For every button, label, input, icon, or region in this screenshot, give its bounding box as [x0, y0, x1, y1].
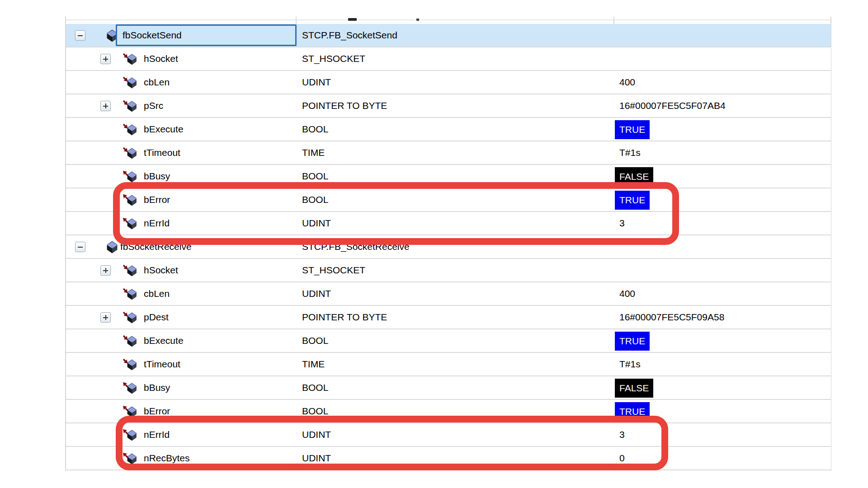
- value-badge-false[interactable]: FALSE: [615, 379, 653, 398]
- expand-expander-icon[interactable]: [100, 101, 111, 111]
- error-annotation-receive-box: [116, 416, 668, 470]
- value-cell[interactable]: T#1s: [619, 353, 641, 376]
- value-cell[interactable]: 400: [619, 71, 635, 94]
- type-cell: UDINT: [302, 282, 331, 306]
- type-cell: ST_HSOCKET: [302, 47, 365, 71]
- type-cell: POINTER TO BYTE: [302, 306, 387, 329]
- expression-cell[interactable]: pDest: [144, 306, 169, 329]
- expression-cell[interactable]: bBusy: [144, 376, 170, 400]
- input-variable-icon: [122, 146, 138, 160]
- row-bExecute[interactable]: bExecute BOOL TRUE: [66, 118, 831, 141]
- row-fbSocketSend[interactable]: fbSocketSend STCP.FB_SocketSend: [66, 24, 831, 47]
- type-cell: BOOL: [302, 376, 328, 400]
- input-variable-icon: [122, 99, 138, 113]
- input-variable-icon: [122, 264, 138, 277]
- expression-cell[interactable]: cbLen: [144, 282, 170, 306]
- expression-cell[interactable]: pSrc: [144, 94, 163, 118]
- expression-cell[interactable]: cbLen: [144, 71, 170, 94]
- row-pDest[interactable]: pDest POINTER TO BYTE 16#00007FE5C5F09A5…: [66, 306, 831, 329]
- fb-instance-icon: [104, 240, 120, 254]
- cropped-row-text-artifact: [416, 19, 419, 21]
- value-cell[interactable]: 16#00007FE5C5F07AB4: [619, 94, 726, 118]
- expression-cell[interactable]: tTimeout: [144, 353, 180, 376]
- output-variable-icon: [122, 381, 138, 395]
- row-pSrc[interactable]: pSrc POINTER TO BYTE 16#00007FE5C5F07AB4: [66, 94, 831, 118]
- inline-edit-box[interactable]: fbSocketSend: [116, 24, 297, 46]
- expression-cell[interactable]: bExecute: [144, 329, 184, 353]
- watch-grid: fbSocketSend STCP.FB_SocketSend hSocket …: [0, 0, 868, 488]
- row-hSocket[interactable]: hSocket ST_HSOCKET: [66, 47, 831, 71]
- input-variable-icon: [122, 123, 138, 136]
- row-bExecute[interactable]: bExecute BOOL TRUE: [66, 329, 831, 353]
- value-badge-true[interactable]: TRUE: [615, 120, 650, 139]
- input-variable-icon: [122, 76, 138, 89]
- row-cbLen[interactable]: cbLen UDINT 400: [66, 71, 831, 94]
- row-tTimeout[interactable]: tTimeout TIME T#1s: [66, 353, 831, 376]
- cropped-row-text-artifact: [348, 18, 357, 21]
- input-variable-icon: [122, 334, 138, 348]
- expression-cell[interactable]: tTimeout: [144, 141, 180, 165]
- value-cell[interactable]: 400: [619, 282, 635, 306]
- value-cell[interactable]: 16#00007FE5C5F09A58: [619, 306, 724, 329]
- expression-cell[interactable]: bExecute: [144, 118, 184, 141]
- type-cell: BOOL: [302, 118, 328, 141]
- expand-expander-icon[interactable]: [100, 312, 111, 323]
- cropped-row-bottom-line: [66, 19, 831, 20]
- expand-expander-icon[interactable]: [100, 265, 111, 276]
- collapse-expander-icon[interactable]: [75, 30, 85, 41]
- output-variable-icon: [122, 170, 138, 183]
- input-variable-icon: [122, 311, 138, 324]
- type-cell: POINTER TO BYTE: [302, 94, 387, 118]
- input-variable-icon: [122, 52, 138, 66]
- type-cell: TIME: [302, 141, 325, 165]
- type-cell: UDINT: [302, 71, 331, 94]
- type-cell: BOOL: [302, 329, 328, 353]
- expand-expander-icon[interactable]: [100, 54, 111, 64]
- row-bBusy[interactable]: bBusy BOOL FALSE: [66, 376, 831, 400]
- expression-cell[interactable]: hSocket: [144, 47, 178, 71]
- value-cell[interactable]: T#1s: [619, 141, 641, 165]
- error-annotation-send-box: [113, 182, 679, 245]
- row-hSocket[interactable]: hSocket ST_HSOCKET: [66, 259, 831, 282]
- type-cell: TIME: [302, 353, 325, 376]
- type-cell: ST_HSOCKET: [302, 259, 365, 282]
- collapse-expander-icon[interactable]: [75, 242, 85, 252]
- type-cell: STCP.FB_SocketSend: [302, 24, 397, 47]
- input-variable-icon: [122, 358, 138, 371]
- input-variable-icon: [122, 287, 138, 301]
- row-cbLen[interactable]: cbLen UDINT 400: [66, 282, 831, 306]
- expression-cell[interactable]: hSocket: [144, 259, 178, 282]
- value-badge-true[interactable]: TRUE: [615, 332, 650, 351]
- row-tTimeout[interactable]: tTimeout TIME T#1s: [66, 141, 831, 165]
